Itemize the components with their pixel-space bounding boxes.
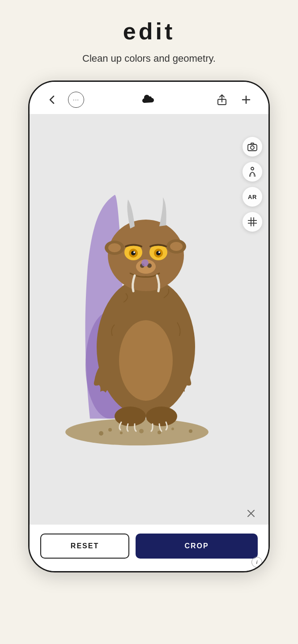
svg-point-2 xyxy=(108,428,112,432)
svg-point-26 xyxy=(133,251,135,253)
svg-point-4 xyxy=(139,429,144,433)
crop-button[interactable]: CROP xyxy=(136,534,258,559)
svg-point-53 xyxy=(251,167,254,170)
svg-point-11 xyxy=(119,320,173,401)
bottom-buttons: RESET CROP xyxy=(40,534,258,559)
menu-button[interactable]: ··· xyxy=(68,92,84,108)
svg-point-5 xyxy=(158,431,161,434)
phone-bottom-bar: RESET CROP i xyxy=(30,524,268,571)
svg-point-17 xyxy=(108,243,121,252)
reset-button[interactable]: RESET xyxy=(40,534,129,559)
svg-point-25 xyxy=(156,251,161,255)
svg-point-3 xyxy=(120,432,123,434)
svg-point-27 xyxy=(158,251,160,253)
share-button[interactable] xyxy=(214,92,230,108)
svg-point-8 xyxy=(189,429,192,433)
svg-point-24 xyxy=(131,251,136,255)
svg-point-15 xyxy=(108,220,184,291)
grid-view-button[interactable] xyxy=(243,212,262,232)
side-buttons: AR xyxy=(243,137,262,232)
back-button[interactable] xyxy=(44,92,60,108)
creature-svg xyxy=(52,132,222,454)
svg-point-12 xyxy=(115,407,146,426)
page-title: edit xyxy=(123,18,175,45)
add-button[interactable] xyxy=(238,92,254,108)
ar-view-button[interactable]: AR xyxy=(243,187,262,207)
person-view-button[interactable] xyxy=(243,162,262,182)
info-button[interactable]: i xyxy=(251,557,262,568)
svg-point-7 xyxy=(99,431,103,436)
cloud-icon xyxy=(142,95,156,105)
camera-view-button[interactable] xyxy=(243,137,262,157)
top-bar-right xyxy=(214,92,254,108)
svg-point-19 xyxy=(170,242,183,251)
top-bar-left: ··· xyxy=(44,92,84,108)
svg-point-13 xyxy=(146,407,177,426)
svg-point-31 xyxy=(141,259,149,267)
svg-point-52 xyxy=(251,146,254,149)
viewer-area: AR xyxy=(30,114,268,524)
svg-point-6 xyxy=(171,428,174,430)
phone-top-bar: ··· xyxy=(30,82,268,114)
page-subtitle: Clean up colors and geometry. xyxy=(82,53,216,64)
close-button[interactable] xyxy=(244,507,258,520)
phone-frame: ··· xyxy=(28,80,270,572)
